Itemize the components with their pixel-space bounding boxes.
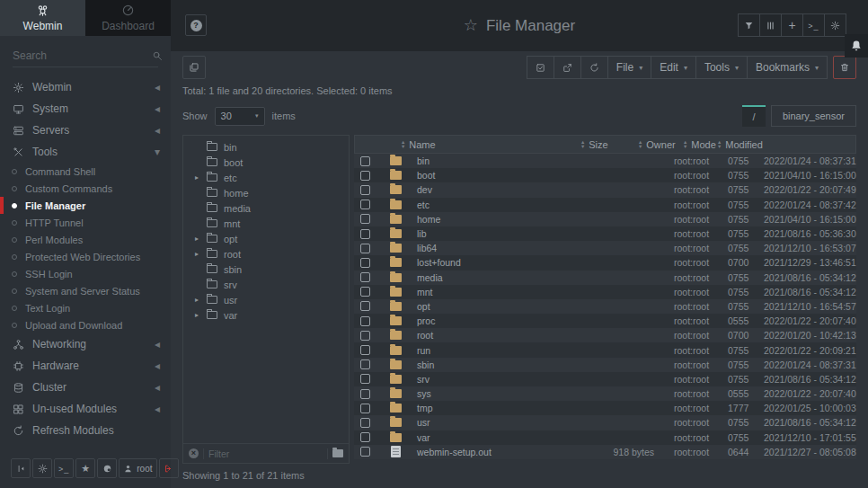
breadcrumb-item-[interactable]: / (742, 105, 766, 127)
row-checkbox[interactable] (360, 432, 370, 442)
sort-icon[interactable]: ▴▾ (639, 140, 642, 148)
file-name[interactable]: bin (412, 155, 573, 166)
tree-item-sbin[interactable]: sbin (183, 262, 349, 277)
column-header-mode[interactable]: ▴▾Mode (684, 136, 716, 153)
breadcrumb-item-binary-sensor[interactable]: binary_sensor (771, 105, 856, 127)
page-size-select[interactable]: 30 ▾ (215, 107, 265, 126)
sidebar-item-servers[interactable]: Servers◂ (0, 120, 171, 141)
filter-button[interactable] (738, 13, 760, 37)
favorite-star-icon[interactable]: ☆ (464, 16, 478, 34)
sidebar-item-hardware[interactable]: Hardware◂ (0, 355, 171, 377)
row-checkbox[interactable] (360, 214, 370, 224)
logout-button[interactable] (159, 458, 179, 478)
file-name[interactable]: proc (412, 315, 573, 326)
column-header-owner[interactable]: ▴▾Owner (639, 136, 676, 153)
file-name[interactable]: boot (412, 170, 573, 181)
folder-icon[interactable] (332, 449, 343, 457)
sidebar-item-networking[interactable]: Networking◂ (0, 333, 171, 355)
tree-item-root[interactable]: ▸root (183, 246, 349, 262)
row-checkbox[interactable] (360, 359, 370, 369)
row-checkbox[interactable] (360, 244, 370, 253)
sidebar-item-upload-and-download[interactable]: Upload and Download (0, 316, 171, 333)
columns-button[interactable] (759, 13, 782, 37)
menu-edit-button[interactable]: Edit▾ (651, 56, 696, 79)
select-all-button[interactable] (527, 56, 554, 79)
row-checkbox[interactable] (360, 185, 370, 195)
sidebar-item-refresh-modules[interactable]: Refresh Modules (0, 420, 171, 441)
sidebar-item-perl-modules[interactable]: Perl Modules (0, 231, 171, 248)
sort-icon[interactable]: ▴▾ (684, 140, 686, 148)
tree-item-home[interactable]: home (183, 185, 349, 200)
terminal-button[interactable]: >_ (54, 458, 74, 478)
sidebar-item-system[interactable]: System◂ (0, 98, 171, 120)
sidebar-item-custom-commands[interactable]: Custom Commands (0, 180, 171, 197)
row-checkbox[interactable] (360, 200, 370, 209)
file-name[interactable]: etc (412, 200, 573, 210)
search-input[interactable] (13, 49, 152, 62)
file-name[interactable]: var (412, 432, 573, 443)
file-name[interactable]: srv (412, 374, 573, 385)
row-checkbox[interactable] (360, 272, 370, 282)
tree-item-media[interactable]: media (183, 200, 349, 216)
notifications-bell-button[interactable] (845, 34, 868, 58)
tree-item-srv[interactable]: srv (183, 277, 349, 292)
file-name[interactable]: home (412, 214, 573, 225)
sidebar-item-system-and-server-status[interactable]: System and Server Status (0, 282, 171, 299)
sidebar-item-text-login[interactable]: Text Login (0, 299, 171, 316)
tree-item-etc[interactable]: ▸etc (183, 170, 349, 185)
sidebar-item-ssh-login[interactable]: SSH Login (0, 265, 171, 282)
sidebar-item-http-tunnel[interactable]: HTTP Tunnel (0, 214, 171, 231)
theme-button[interactable] (97, 458, 117, 478)
menu-tools-button[interactable]: Tools▾ (695, 56, 748, 79)
tree-item-bin[interactable]: bin (183, 139, 349, 155)
tree-item-boot[interactable]: boot (183, 155, 349, 170)
sort-icon[interactable]: ▴▾ (581, 140, 584, 148)
file-name[interactable]: mnt (412, 287, 573, 297)
brightness-button[interactable] (32, 458, 52, 478)
file-name[interactable]: sbin (412, 359, 573, 370)
row-checkbox[interactable] (360, 171, 370, 181)
tree-item-opt[interactable]: ▸opt (183, 231, 349, 246)
file-name[interactable]: lib (412, 228, 573, 239)
file-name[interactable]: media (412, 272, 573, 283)
sidebar-item-protected-web-directories[interactable]: Protected Web Directories (0, 248, 171, 265)
row-checkbox[interactable] (360, 374, 370, 384)
menu-file-button[interactable]: File▾ (607, 56, 651, 79)
sort-icon[interactable]: ▴▾ (718, 140, 721, 148)
file-name[interactable]: sys (412, 388, 573, 399)
file-name[interactable]: lost+found (412, 257, 573, 268)
file-name[interactable]: dev (412, 184, 573, 195)
row-checkbox[interactable] (360, 418, 370, 428)
sidebar-item-command-shell[interactable]: Command Shell (0, 163, 171, 180)
row-checkbox[interactable] (360, 389, 370, 399)
export-button[interactable] (554, 56, 581, 79)
add-button[interactable]: + (781, 13, 803, 37)
row-checkbox[interactable] (360, 156, 370, 166)
file-name[interactable]: lib64 (412, 243, 573, 253)
tab-dashboard[interactable]: Dashboard (85, 0, 171, 36)
file-name[interactable]: usr (412, 417, 573, 428)
row-checkbox[interactable] (360, 301, 370, 311)
file-name[interactable]: tmp (412, 403, 573, 413)
collapse-button[interactable] (11, 458, 31, 478)
row-checkbox[interactable] (360, 258, 370, 268)
sidebar-item-cluster[interactable]: Cluster◂ (0, 377, 171, 398)
tree-item-var[interactable]: ▸var (183, 307, 349, 323)
file-name[interactable]: opt (412, 301, 573, 312)
trash-button[interactable] (833, 56, 856, 79)
file-name[interactable]: run (412, 345, 573, 356)
file-name[interactable]: webmin-setup.out (412, 447, 573, 457)
row-checkbox[interactable] (360, 447, 370, 457)
tab-webmin[interactable]: Webmin (0, 0, 85, 36)
sidebar-item-webmin[interactable]: Webmin◂ (0, 76, 171, 98)
user-button[interactable]: root (119, 458, 156, 478)
row-checkbox[interactable] (360, 229, 370, 239)
tree-filter-input[interactable] (208, 448, 323, 459)
file-name[interactable]: root (412, 330, 573, 341)
tree-item-usr[interactable]: ▸usr (183, 292, 349, 307)
clear-filter-icon[interactable]: × (189, 448, 199, 458)
column-header-modified[interactable]: ▴▾Modified (718, 136, 763, 153)
row-checkbox[interactable] (360, 404, 370, 413)
row-checkbox[interactable] (360, 287, 370, 297)
row-checkbox[interactable] (360, 345, 370, 355)
